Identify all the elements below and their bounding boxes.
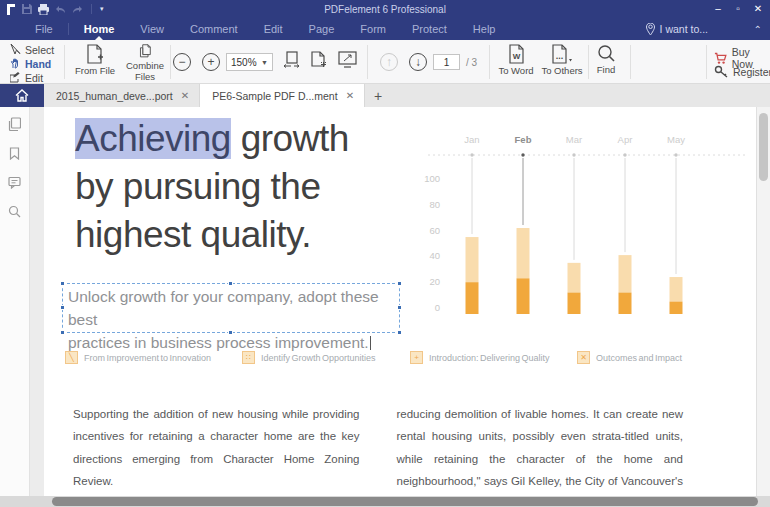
search-icon — [597, 44, 615, 63]
edit-tool-button[interactable]: Edit — [10, 71, 54, 84]
cross-pattern-icon: ✕ — [577, 351, 590, 364]
previous-page-button[interactable]: ↑ — [380, 53, 398, 71]
i-want-to-label: I want to... — [660, 23, 708, 35]
from-file-button[interactable]: From File — [70, 44, 120, 82]
feature-row: ╲ From Improvement to Innovation ∷ Ident… — [44, 351, 756, 369]
dots-pattern-icon: ∷ — [242, 351, 255, 364]
body-text-columns: Supporting the addition of new housing w… — [73, 403, 683, 507]
vertical-scrollbar-thumb[interactable] — [759, 113, 768, 181]
minimize-button[interactable]: – — [710, 1, 726, 17]
selected-text-highlight: Achieving — [75, 118, 231, 159]
key-icon — [714, 65, 728, 78]
tab-help[interactable]: Help — [460, 18, 509, 40]
save-icon[interactable] — [22, 4, 32, 14]
next-page-button[interactable]: ↓ — [409, 53, 427, 71]
tab-file[interactable]: File — [22, 18, 66, 40]
fit-screen-icon — [338, 51, 357, 68]
document-tab-bar: 2015_human_deve...port ✕ PE6-Sample PDF … — [0, 84, 770, 107]
search-panel-icon[interactable] — [8, 205, 21, 218]
to-others-button[interactable]: ... To Others — [538, 44, 586, 82]
close-button[interactable]: ✕ — [750, 1, 766, 17]
to-word-button[interactable]: W To Word — [494, 44, 538, 82]
document-tab-1[interactable]: 2015_human_deve...port ✕ — [44, 84, 200, 107]
resize-handle[interactable] — [397, 305, 402, 310]
home-icon — [15, 89, 29, 102]
toolbar-divider — [64, 45, 65, 79]
document-tab-label: 2015_human_deve...port — [56, 90, 173, 102]
resize-handle[interactable] — [60, 305, 65, 310]
zoom-in-button[interactable]: + — [202, 53, 220, 71]
toolbar-divider — [630, 45, 631, 79]
tab-comment[interactable]: Comment — [177, 18, 251, 40]
main-area: Achieving growth by pursuing the highest… — [0, 107, 770, 507]
page-thumbnails-icon[interactable] — [8, 117, 21, 131]
svg-text:20: 20 — [429, 276, 440, 287]
document-chart: JanFebMarAprMay020406080100 — [414, 127, 754, 327]
select-tool-button[interactable]: Select — [10, 43, 54, 56]
comments-panel-icon[interactable] — [8, 176, 21, 189]
page-number-input[interactable] — [433, 54, 460, 70]
resize-handle[interactable] — [228, 330, 233, 335]
svg-text:Feb: Feb — [515, 134, 532, 145]
toolbar-divider — [367, 45, 368, 79]
select-cursor-icon — [10, 44, 21, 55]
hand-tool-button[interactable]: Hand — [10, 57, 54, 70]
i-want-to-button[interactable]: I want to... — [646, 18, 708, 40]
toolbar-divider — [489, 45, 490, 79]
selected-text-box[interactable]: Unlock growth for your company, adopt th… — [62, 283, 400, 333]
resize-handle[interactable] — [228, 281, 233, 286]
body-column-left: Supporting the addition of new housing w… — [73, 403, 360, 507]
paragraph: reducing demolition of livable homes. It… — [397, 403, 684, 507]
combine-files-icon — [136, 44, 154, 59]
resize-handle[interactable] — [397, 281, 402, 286]
resize-handle[interactable] — [60, 330, 65, 335]
mode-tools-group: Select Hand Edit — [10, 42, 54, 85]
feature-item: + Introduction: Delivering Quality — [410, 351, 550, 364]
tab-view[interactable]: View — [127, 18, 177, 40]
resize-handle[interactable] — [60, 281, 65, 286]
undo-icon[interactable] — [55, 5, 66, 14]
customize-toolbar-caret-icon[interactable]: ▾ — [100, 5, 104, 13]
resize-handle[interactable] — [397, 330, 402, 335]
pin-icon — [646, 23, 655, 35]
tab-page[interactable]: Page — [296, 18, 348, 40]
document-tab-2[interactable]: PE6-Sample PDF D...ment ✕ — [200, 84, 365, 107]
find-button[interactable]: Find — [590, 44, 622, 82]
register-button[interactable]: Register — [714, 65, 770, 78]
tab-edit[interactable]: Edit — [251, 18, 296, 40]
combine-files-button[interactable]: Combine Files — [120, 44, 170, 82]
edit-pencil-icon — [10, 72, 21, 83]
fit-width-icon — [283, 51, 301, 68]
diagonal-pattern-icon: ╲ — [65, 351, 78, 364]
horizontal-scrollbar-thumb[interactable] — [52, 497, 758, 506]
maximize-button[interactable]: ▫ — [730, 1, 746, 17]
zoom-out-button[interactable]: − — [173, 53, 191, 71]
new-tab-button[interactable]: + — [365, 84, 391, 107]
redo-icon[interactable] — [72, 5, 83, 14]
ribbon-collapse-chevron-icon[interactable]: ⌃ — [754, 18, 762, 40]
tab-protect[interactable]: Protect — [399, 18, 460, 40]
bookmarks-icon[interactable] — [9, 147, 20, 160]
zoom-level-dropdown[interactable]: 150% ▼ — [226, 53, 273, 71]
close-tab-icon[interactable]: ✕ — [346, 90, 354, 101]
svg-text:May: May — [667, 134, 685, 145]
tab-home[interactable]: Home — [71, 18, 128, 40]
titlebar: ▾ PDFelement 6 Professional – ▫ ✕ — [0, 0, 770, 18]
close-tab-icon[interactable]: ✕ — [181, 90, 189, 101]
minus-icon: − — [178, 55, 185, 69]
toolbar-divider — [170, 45, 171, 79]
feature-item: ✕ Outcomes and Impact — [577, 351, 682, 364]
tab-form[interactable]: Form — [347, 18, 399, 40]
svg-text:Apr: Apr — [618, 134, 633, 145]
arrow-down-icon: ↓ — [415, 55, 421, 69]
plus-pattern-icon: + — [410, 351, 423, 364]
svg-text:Jan: Jan — [464, 134, 479, 145]
ribbon-tabs: File Home View Comment Edit Page Form Pr… — [0, 18, 508, 40]
window-controls: – ▫ ✕ — [710, 0, 766, 18]
print-icon[interactable] — [38, 4, 49, 15]
chevron-down-icon: ▼ — [261, 59, 268, 66]
fit-page-icon — [310, 51, 328, 69]
home-screen-button[interactable] — [0, 84, 44, 107]
feature-item: ∷ Identify Growth Opportunities — [242, 351, 376, 364]
textbox-line: Unlock growth for your company, adopt th… — [68, 285, 394, 331]
